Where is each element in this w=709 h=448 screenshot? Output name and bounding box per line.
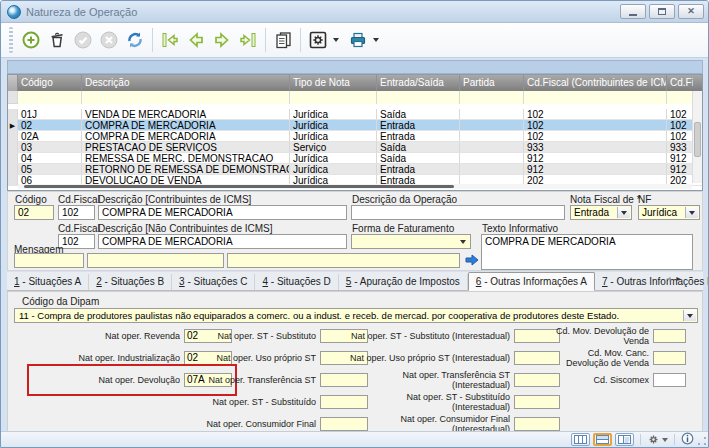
grid-filter-input[interactable] bbox=[460, 91, 524, 104]
tab-scroll-next-icon[interactable]: ► bbox=[675, 275, 685, 282]
dipam-field-label: Nat oper. ST - Substituto (Interestadual… bbox=[348, 331, 510, 341]
settings-dropdown-caret[interactable] bbox=[333, 38, 339, 42]
nota-fiscal-select[interactable]: Entrada bbox=[570, 205, 632, 220]
texto-informativo-label: Texto Informativo bbox=[482, 223, 558, 234]
grid-filter-input[interactable] bbox=[82, 91, 290, 104]
grid-vscroll-thumb[interactable] bbox=[694, 122, 701, 157]
dipam-field-input[interactable] bbox=[514, 351, 560, 365]
desc-icms-field[interactable]: COMPRA DE MERCADORIA bbox=[98, 205, 347, 220]
dropdown-button[interactable] bbox=[456, 236, 469, 247]
mensagem-field-2[interactable] bbox=[87, 253, 224, 268]
nav-first-button[interactable] bbox=[157, 26, 183, 54]
texto-informativo-field[interactable]: COMPRA DE MERCADORIA bbox=[481, 234, 693, 270]
codigo-field[interactable]: 02 bbox=[14, 205, 54, 220]
table-row[interactable]: 04 REMESSA DE MERC. DEMONSTRACAO Jurídic… bbox=[8, 153, 702, 164]
grid-filter-input[interactable] bbox=[524, 91, 667, 104]
settings-button[interactable] bbox=[305, 26, 331, 54]
delete-button[interactable] bbox=[44, 26, 70, 54]
dropdown-button[interactable] bbox=[685, 207, 698, 218]
cell-cdfiscal-icms: 933 bbox=[524, 142, 667, 152]
refresh-icon bbox=[125, 30, 145, 50]
message-arrow-icon[interactable] bbox=[465, 254, 479, 266]
grid-column-header[interactable]: Código bbox=[18, 75, 82, 91]
cell-descricao: COMPRA DE MERCADORIA bbox=[82, 131, 290, 141]
confirm-button[interactable] bbox=[70, 26, 96, 54]
table-row[interactable]: 03 PRESTACAO DE SERVIÇOS Serviço Saída 9… bbox=[8, 142, 702, 153]
toolbar-grip[interactable] bbox=[9, 27, 13, 53]
nav-first-icon bbox=[160, 30, 180, 50]
grid-filter-input[interactable] bbox=[667, 91, 693, 104]
grid-column-header[interactable]: Descrição bbox=[82, 75, 290, 91]
grid-filter-input[interactable] bbox=[290, 91, 377, 104]
grid-column-header[interactable]: Cd.Fisc bbox=[667, 75, 693, 91]
grid-hscroll-thumb[interactable] bbox=[24, 185, 454, 188]
dipam-field-input[interactable] bbox=[653, 329, 686, 343]
close-button[interactable]: ✕ bbox=[678, 4, 704, 19]
grid-column-header[interactable]: Entrada/Saída bbox=[377, 75, 460, 91]
dipam-fields: Nat oper. Revenda 02 Nat oper. Industria… bbox=[8, 325, 702, 432]
view-columns-button[interactable] bbox=[571, 433, 590, 446]
toolbar-separator bbox=[300, 28, 301, 52]
view-rows-button[interactable] bbox=[593, 433, 612, 446]
forma-faturamento-select[interactable] bbox=[351, 234, 471, 249]
tab[interactable]: 2 - Situações B bbox=[89, 274, 172, 290]
grid-column-header[interactable]: Partida bbox=[460, 75, 524, 91]
dipam-field-input[interactable] bbox=[514, 373, 560, 387]
dropdown-button[interactable] bbox=[617, 207, 630, 218]
dipam-field-input[interactable] bbox=[653, 351, 686, 365]
mensagem-field-3[interactable] bbox=[227, 253, 460, 268]
tab[interactable]: 7 - Outras Informações B bbox=[595, 274, 709, 290]
tab[interactable]: 4 - Situações D bbox=[255, 274, 338, 290]
info-button[interactable] bbox=[681, 431, 694, 448]
dipam-row: Nat oper. Transferência ST bbox=[178, 369, 368, 391]
view-details-button[interactable] bbox=[615, 433, 634, 446]
tab[interactable]: 1 - Situações A bbox=[7, 274, 89, 290]
cdfiscal1-field[interactable]: 102 bbox=[58, 205, 95, 220]
grid-filter-input[interactable] bbox=[377, 91, 460, 104]
table-row[interactable]: 02A COMPRA DE MERCADORIA Jurídica Entrad… bbox=[8, 131, 702, 142]
statusbar-separator bbox=[674, 434, 675, 445]
tab[interactable]: 3 - Situações C bbox=[172, 274, 255, 290]
tab-scroll-prev-icon[interactable]: ◄ bbox=[665, 275, 675, 282]
statusbar-settings-button[interactable] bbox=[647, 433, 668, 446]
table-row[interactable]: 05 RETORNO DE REMESSA DE DEMONSTRACAO Ju… bbox=[8, 164, 702, 175]
grid-filter-input[interactable] bbox=[18, 91, 82, 104]
tab[interactable]: 6 - Outras Informações A bbox=[468, 272, 595, 291]
cancel-button[interactable] bbox=[96, 26, 122, 54]
desc-nao-icms-field[interactable]: COMPRA DE MERCADORIA bbox=[98, 234, 347, 249]
dipam-field-input[interactable] bbox=[514, 395, 560, 409]
grid-column-header[interactable]: Tipo de Nota bbox=[290, 75, 377, 91]
table-row[interactable]: ▶ 02 COMPRA DE MERCADORIA Jurídica Entra… bbox=[8, 120, 702, 131]
print-button[interactable] bbox=[345, 26, 371, 54]
print-dropdown-caret[interactable] bbox=[373, 38, 379, 42]
refresh-button[interactable] bbox=[122, 26, 148, 54]
grid-column-header[interactable]: Cd.Fiscal (Contribuintes de ICMS) bbox=[524, 75, 667, 91]
dipam-row: Nat oper. Transferência ST (Interestadua… bbox=[348, 369, 560, 391]
grid-horizontal-scrollbar[interactable] bbox=[18, 184, 692, 189]
nav-next-button[interactable] bbox=[209, 26, 235, 54]
tab[interactable]: 5 - Apuração de Impostos bbox=[339, 274, 468, 290]
dipam-field-input[interactable] bbox=[514, 329, 560, 343]
copy-button[interactable] bbox=[270, 26, 296, 54]
grid-vertical-scrollbar[interactable] bbox=[692, 91, 702, 183]
cdfiscal2-field[interactable]: 102 bbox=[58, 234, 95, 249]
add-button[interactable] bbox=[18, 26, 44, 54]
mensagem-field-1[interactable] bbox=[14, 253, 84, 268]
cell-tipo-de-nota: Jurídica bbox=[290, 131, 377, 141]
maximize-button[interactable] bbox=[649, 4, 675, 19]
nav-prev-button[interactable] bbox=[183, 26, 209, 54]
table-row[interactable]: 01J VENDA DE MERCADORIA Jurídica Saída 1… bbox=[8, 109, 702, 120]
cell-cdfiscal-icms: 102 bbox=[524, 109, 667, 119]
nav-last-button[interactable] bbox=[235, 26, 261, 54]
resize-grip[interactable] bbox=[697, 436, 707, 446]
dipam-field-input[interactable] bbox=[653, 373, 686, 387]
dipam-combo[interactable]: 11 - Compra de produtores paulistas não … bbox=[14, 308, 698, 323]
nf-label: NF bbox=[638, 194, 651, 205]
dipam-row: Nat oper. ST - Substituído bbox=[178, 391, 368, 413]
dipam-field-input[interactable] bbox=[514, 417, 560, 431]
minimize-button[interactable] bbox=[620, 4, 646, 19]
dropdown-button[interactable] bbox=[683, 310, 696, 321]
cell-cdfiscal-icms: 102 bbox=[524, 131, 667, 141]
nf-select[interactable]: Jurídica bbox=[638, 205, 700, 220]
desc-operacao-field[interactable] bbox=[351, 205, 565, 220]
